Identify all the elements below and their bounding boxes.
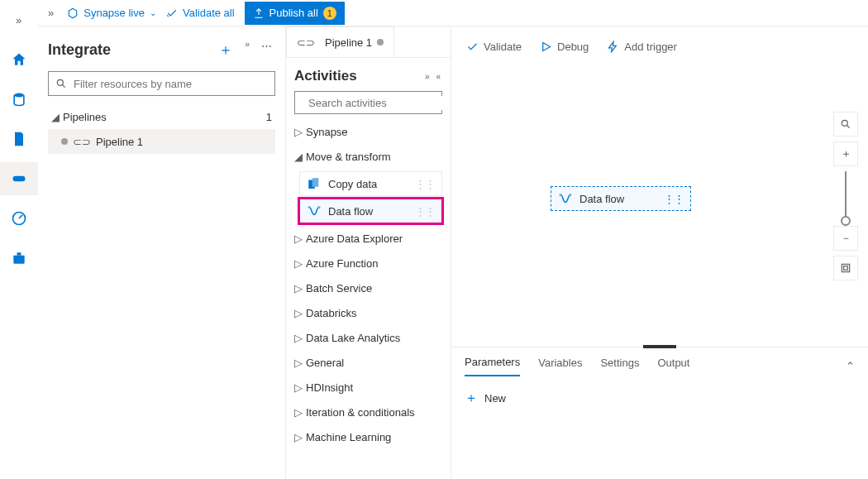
tree-section-pipelines[interactable]: ◢ Pipelines 1 [48,104,275,129]
pipeline-icon: ⊂⊃ [297,36,315,49]
collapse-activities-button[interactable]: « [434,70,442,83]
canvas-zoom-controls: ＋ － [833,112,858,280]
rail-home[interactable] [0,43,38,76]
editor-tab-strip: ⊂⊃ Pipeline 1 [286,26,451,58]
pipeline-icon: ⊂⊃ [73,136,91,148]
caret-right-icon: ▷ [294,282,306,295]
caret-down-icon: ◢ [51,111,63,123]
publish-badge: 1 [323,7,336,20]
zoom-out-button[interactable]: － [833,226,858,251]
activity-item-copy-data[interactable]: Copy data⋮⋮ [299,171,442,196]
copy-data-icon [307,176,322,191]
collapse-panel-button[interactable]: ⌃ [846,360,855,372]
drag-grip-icon: ⋮⋮ [415,205,435,218]
chevron-expand-icon[interactable]: » [45,3,57,22]
caret-right-icon: ▷ [294,406,306,419]
svg-point-0 [14,93,24,98]
validate-all-button[interactable]: Validate all [166,7,235,19]
add-resource-button[interactable]: ＋ [215,36,236,63]
caret-right-icon: ▷ [294,431,306,443]
search-icon [55,78,67,89]
expand-activities-button[interactable]: » [423,70,432,83]
workspace-label: Synapse live [83,7,145,19]
new-parameter-button[interactable]: ＋ New [465,390,855,407]
rail-integrate[interactable] [0,162,38,195]
chevron-down-icon: ⌄ [150,8,156,17]
activity-group-move-transform[interactable]: ◢Move & transform [294,144,442,169]
zoom-in-button[interactable]: ＋ [833,141,858,166]
caret-right-icon: ▷ [294,126,306,138]
expand-all-button[interactable]: » [241,36,253,63]
caret-right-icon: ▷ [294,307,306,319]
chevron-expand-icon: » [12,11,25,30]
lightning-icon [607,41,619,53]
validate-button[interactable]: Validate [466,41,522,53]
activities-search-input[interactable] [307,96,449,110]
svg-rect-1 [12,176,25,182]
svg-point-10 [318,206,321,208]
caret-down-icon: ◢ [294,151,306,163]
hexagon-icon [67,7,79,19]
activity-group-iteration-conditionals[interactable]: ▷Iteration & conditionals [294,400,442,424]
activity-item-data-flow[interactable]: Data flow⋮⋮ [299,199,442,223]
svg-rect-8 [312,178,319,187]
activities-title: Activities [294,68,357,84]
activity-group-machine-learning[interactable]: ▷Machine Learning [294,424,442,449]
nav-rail: » [0,0,38,479]
zoom-thumb[interactable] [841,216,851,226]
panel-resize-handle[interactable] [643,345,676,348]
canvas-search-button[interactable] [833,112,858,137]
canvas-toolbar: Validate Debug Add trigger [451,26,868,66]
activity-group-azure-function[interactable]: ▷Azure Function [294,251,442,275]
rail-develop[interactable] [0,122,38,156]
activity-group-data-lake-analytics[interactable]: ▷Data Lake Analytics [294,325,442,350]
activities-search-wrapper[interactable] [294,91,442,114]
caret-right-icon: ▷ [294,381,306,394]
activity-group-hdinsight[interactable]: ▷HDInsight [294,375,442,400]
activity-group-azure-data-explorer[interactable]: ▷Azure Data Explorer [294,226,442,251]
properties-tab-parameters[interactable]: Parameters [465,356,520,376]
rail-data[interactable] [0,83,38,116]
properties-tabs: ParametersVariablesSettingsOutput⌃ [451,347,868,376]
properties-panel: ParametersVariablesSettingsOutput⌃ ＋ New [451,347,868,479]
top-bar: » Synapse live ⌄ Validate all Publish al… [38,0,868,26]
filter-input-wrapper[interactable] [48,71,275,96]
svg-point-11 [560,194,562,196]
activity-group-batch-service[interactable]: ▷Batch Service [294,275,442,300]
properties-tab-output[interactable]: Output [657,357,689,376]
canvas-node-data-flow[interactable]: Data flow ⋮⋮ [551,186,691,211]
rail-monitor[interactable] [0,202,38,235]
caret-right-icon: ▷ [294,357,306,369]
zoom-slider[interactable] [845,171,847,221]
database-icon [11,91,27,108]
properties-tab-variables[interactable]: Variables [538,357,582,376]
gauge-icon [11,210,27,227]
editor-tab-pipeline-1[interactable]: ⊂⊃ Pipeline 1 [286,26,394,57]
rail-manage[interactable] [0,242,38,275]
activity-group-databricks[interactable]: ▷Databricks [294,300,442,325]
add-trigger-button[interactable]: Add trigger [607,41,677,53]
canvas-surface[interactable]: Data flow ⋮⋮ ＋ － [451,66,868,347]
checkmark-icon [466,41,479,53]
toolbox-icon [11,250,27,266]
more-button[interactable]: ⋯ [258,36,275,63]
svg-rect-3 [13,256,24,264]
activity-group-general[interactable]: ▷General [294,350,442,375]
sidebar-title: Integrate [48,41,111,59]
filter-input[interactable] [72,77,268,91]
svg-point-5 [57,79,63,85]
svg-point-9 [308,206,311,208]
activity-group-synapse[interactable]: ▷Synapse [294,119,442,144]
properties-tab-settings[interactable]: Settings [600,357,639,376]
workspace-selector[interactable]: Synapse live ⌄ [67,7,156,19]
play-icon [540,41,552,53]
debug-button[interactable]: Debug [540,41,589,53]
drag-grip-icon: ⋮⋮ [415,178,435,190]
rail-expand[interactable]: » [0,3,38,36]
data-flow-icon [558,191,573,206]
pipeline-canvas: Validate Debug Add trigger Data flow [451,26,868,479]
tree-item-pipeline-1[interactable]: ⊂⊃ Pipeline 1 [48,129,275,154]
activities-panel: ⊂⊃ Pipeline 1 Activities » « [286,26,451,479]
publish-all-button[interactable]: Publish all 1 [245,2,345,25]
zoom-fit-button[interactable] [833,256,858,280]
